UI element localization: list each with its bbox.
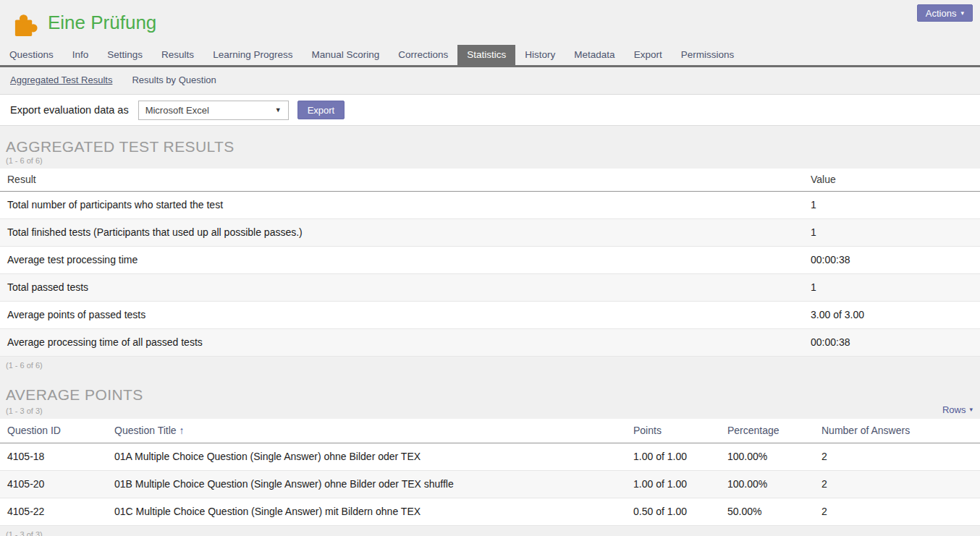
aggregated-test-results-section: AGGREGATED TEST RESULTS (1 - 6 of 6) Res… xyxy=(0,138,980,374)
aggregated-results-range-top: (1 - 6 of 6) xyxy=(6,156,980,165)
export-format-selected: Microsoft Excel xyxy=(145,105,209,116)
aggregated-results-range-bottom: (1 - 6 of 6) xyxy=(0,357,980,374)
value-cell: 00:00:38 xyxy=(803,247,980,273)
export-toolbar: Export evaluation data as Microsoft Exce… xyxy=(0,94,980,126)
answers-cell: 2 xyxy=(814,498,980,525)
rows-dropdown[interactable]: Rows ▾ xyxy=(942,404,973,415)
result-cell: Total number of participants who started… xyxy=(0,192,803,218)
question-title-cell: 01B Multiple Choice Question (Single Ans… xyxy=(107,471,626,498)
tab-learning-progress[interactable]: Learning Progress xyxy=(203,45,302,65)
percentage-cell: 50.00% xyxy=(720,498,814,525)
export-button[interactable]: Export xyxy=(297,101,345,119)
average-points-range-top: (1 - 3 of 3) xyxy=(6,407,43,415)
result-cell: Average processing time of all passed te… xyxy=(0,329,803,356)
value-cell: 1 xyxy=(803,192,980,218)
points-cell: 1.00 of 1.00 xyxy=(626,471,720,498)
answers-cell: 2 xyxy=(814,443,980,470)
rows-dropdown-label: Rows xyxy=(942,404,966,415)
value-cell: 00:00:38 xyxy=(803,329,980,356)
tab-history[interactable]: History xyxy=(515,45,565,65)
question-title-cell: 01C Multiple Choice Question (Single Ans… xyxy=(107,498,626,525)
question-id-cell: 4105-18 xyxy=(0,443,107,470)
table-row: Average points of passed tests 3.00 of 3… xyxy=(0,302,980,329)
average-points-range-row: (1 - 3 of 3) Rows ▾ xyxy=(0,404,980,419)
title-bar: Eine Prüfung Actions ▾ xyxy=(0,0,980,45)
table-row: Total number of participants who started… xyxy=(0,192,980,219)
average-points-title: AVERAGE POINTS xyxy=(6,386,980,404)
table-row: Total finished tests (Participants that … xyxy=(0,219,980,247)
value-cell: 1 xyxy=(803,274,980,301)
result-cell: Total passed tests xyxy=(0,274,803,301)
actions-button-label: Actions xyxy=(926,8,957,19)
tab-metadata[interactable]: Metadata xyxy=(565,45,624,65)
column-header-value: Value xyxy=(803,169,980,191)
tab-bar: Questions Info Settings Results Learning… xyxy=(0,45,980,67)
column-header-question-title[interactable]: Question Title xyxy=(114,425,177,436)
table-row: Average test processing time 00:00:38 xyxy=(0,247,980,274)
subtab-bar: Aggregated Test Results Results by Quest… xyxy=(0,67,980,93)
value-cell: 3.00 of 3.00 xyxy=(803,302,980,328)
percentage-cell: 100.00% xyxy=(720,443,814,470)
tab-settings[interactable]: Settings xyxy=(98,45,152,65)
value-cell: 1 xyxy=(803,219,980,246)
table-row: Total passed tests 1 xyxy=(0,274,980,302)
puzzle-icon xyxy=(10,9,38,36)
question-id-cell: 4105-20 xyxy=(0,471,107,498)
export-label: Export evaluation data as xyxy=(10,104,129,116)
tab-info[interactable]: Info xyxy=(63,45,98,65)
column-header-points[interactable]: Points xyxy=(633,425,662,436)
table-header-row: Result Value xyxy=(0,169,980,192)
tab-statistics[interactable]: Statistics xyxy=(457,45,515,65)
subtab-aggregated-test-results[interactable]: Aggregated Test Results xyxy=(10,75,112,85)
table-row: Average processing time of all passed te… xyxy=(0,329,980,357)
column-header-percentage[interactable]: Percentage xyxy=(727,425,780,436)
answers-cell: 2 xyxy=(814,471,980,498)
actions-button[interactable]: Actions ▾ xyxy=(917,4,973,22)
chevron-down-icon: ▾ xyxy=(969,407,973,413)
sort-ascending-icon: ↑ xyxy=(179,425,185,436)
tab-corrections[interactable]: Corrections xyxy=(389,45,457,65)
tab-export[interactable]: Export xyxy=(625,45,672,65)
average-points-range-bottom: (1 - 3 of 3) xyxy=(0,526,980,536)
average-points-table: Question ID Question Title↑ Points Perce… xyxy=(0,419,980,526)
subtab-results-by-question[interactable]: Results by Question xyxy=(132,75,216,85)
result-cell: Average points of passed tests xyxy=(0,302,803,328)
table-header-row: Question ID Question Title↑ Points Perce… xyxy=(0,419,980,443)
table-row: 4105-22 01C Multiple Choice Question (Si… xyxy=(0,498,980,526)
export-format-select[interactable]: Microsoft Excel ▼ xyxy=(138,101,289,120)
tab-permissions[interactable]: Permissions xyxy=(672,45,744,65)
table-row: 4105-20 01B Multiple Choice Question (Si… xyxy=(0,471,980,498)
question-id-cell: 4105-22 xyxy=(0,498,107,525)
points-cell: 1.00 of 1.00 xyxy=(626,443,720,470)
tab-questions[interactable]: Questions xyxy=(0,45,63,65)
select-arrow-icon: ▼ xyxy=(275,107,282,114)
tab-manual-scoring[interactable]: Manual Scoring xyxy=(302,45,389,65)
tab-results[interactable]: Results xyxy=(152,45,203,65)
table-row: 4105-18 01A Multiple Choice Question (Si… xyxy=(0,443,980,471)
aggregated-results-table: Result Value Total number of participant… xyxy=(0,169,980,357)
column-header-result: Result xyxy=(0,169,803,191)
column-header-question-id[interactable]: Question ID xyxy=(7,425,61,436)
average-points-section: AVERAGE POINTS (1 - 3 of 3) Rows ▾ Quest… xyxy=(0,386,980,536)
result-cell: Total finished tests (Participants that … xyxy=(0,219,803,246)
aggregated-results-title: AGGREGATED TEST RESULTS xyxy=(6,138,980,156)
percentage-cell: 100.00% xyxy=(720,471,814,498)
chevron-down-icon: ▾ xyxy=(960,10,964,17)
points-cell: 0.50 of 1.00 xyxy=(626,498,720,525)
question-title-cell: 01A Multiple Choice Question (Single Ans… xyxy=(107,443,626,470)
page-title: Eine Prüfung xyxy=(48,12,156,34)
result-cell: Average test processing time xyxy=(0,247,803,273)
column-header-number-of-answers[interactable]: Number of Answers xyxy=(821,425,910,436)
